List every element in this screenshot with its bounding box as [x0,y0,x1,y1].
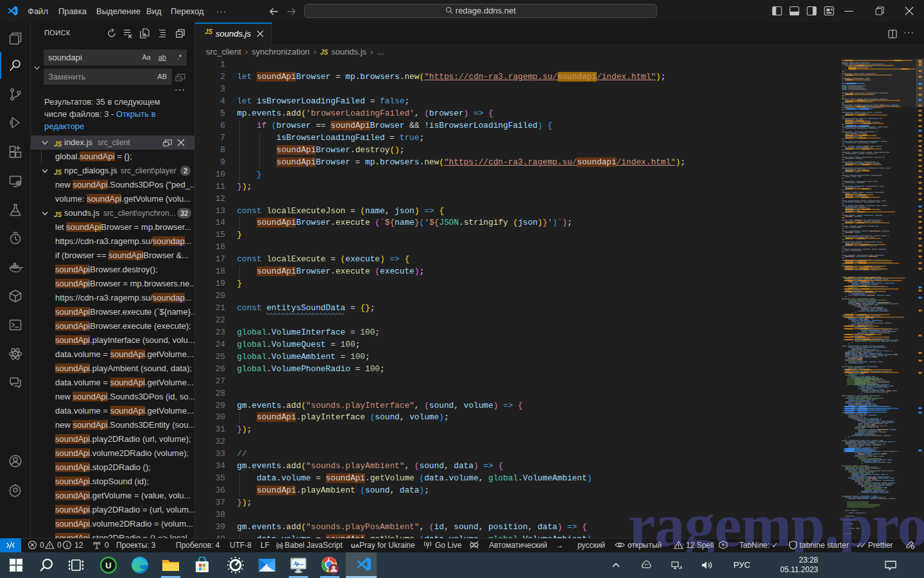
svg-text:U: U [105,561,111,570]
